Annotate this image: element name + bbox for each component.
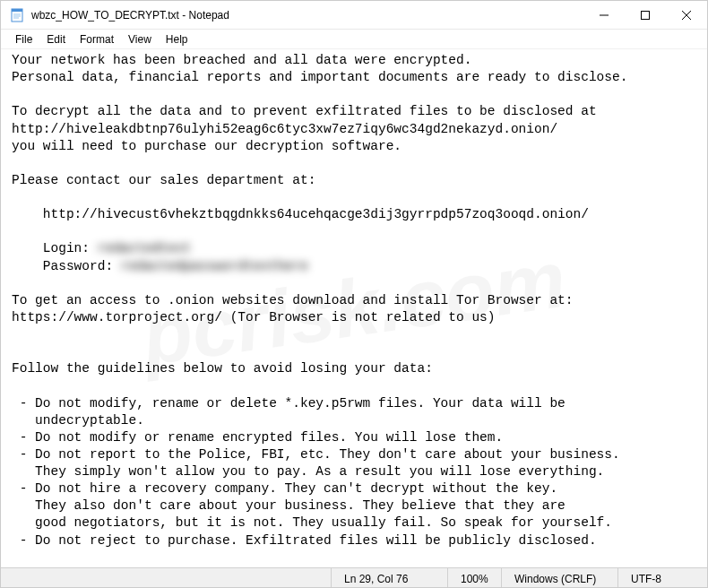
text-line: Personal data, financial reports and imp… [12,70,627,84]
text-line: http://hiveleakdbtnp76ulyhi52eag6c6tyc3x… [12,122,557,136]
text-line: you will need to purchase our decryption… [12,139,401,153]
status-lineending: Windows (CRLF) [501,568,617,588]
text-line-password-label: Password: [12,259,121,273]
status-position: Ln 29, Col 76 [331,568,447,588]
text-line: To decrypt all the data and to prevent e… [12,104,597,118]
status-encoding: UTF-8 [617,568,707,588]
text-line: undecryptable. [12,413,144,428]
titlebar: wbzc_HOW_TO_DECRYPT.txt - Notepad [1,1,707,30]
notepad-icon [10,8,24,22]
menu-file[interactable]: File [8,31,39,48]
text-line: - Do not modify, rename or delete *.key.… [12,396,566,411]
statusbar: Ln 29, Col 76 100% Windows (CRLF) UTF-8 [1,567,707,588]
text-line: - Do not modify or rename encrypted file… [12,430,503,445]
password-value: redactedpasswordtexthere [121,259,308,273]
text-line: They simply won't allow you to pay. As a… [12,464,604,479]
text-line: http://hivecust6vhekztbqgdnkks64ucehqacg… [12,207,589,221]
status-zoom: 100% [447,568,501,588]
text-line: Please contact our sales department at: [12,173,315,187]
text-line: good negotiators, but it is not. They us… [12,515,612,530]
menubar: File Edit Format View Help [1,30,707,49]
svg-rect-6 [642,11,650,19]
text-line-login-label: Login: [12,241,98,255]
text-content[interactable]: Your network has been breached and all d… [1,49,707,567]
close-button[interactable] [666,1,707,29]
menu-help[interactable]: Help [159,31,195,48]
text-line: - Do not report to the Police, FBI, etc.… [12,447,620,462]
svg-rect-1 [12,9,22,12]
text-line: - Do not reject to purchase. Exfiltrated… [12,533,597,548]
window-title: wbzc_HOW_TO_DECRYPT.txt - Notepad [31,9,583,22]
login-value: redactedtext [98,241,191,255]
menu-view[interactable]: View [121,31,159,48]
text-line: - Do not hire a recovery company. They c… [12,481,557,496]
text-line: https://www.torproject.org/ (Tor Browser… [12,310,496,324]
menu-format[interactable]: Format [73,31,121,48]
text-line: Your network has been breached and all d… [12,53,471,67]
text-line: Follow the guidelines below to avoid los… [12,361,433,376]
maximize-button[interactable] [625,1,666,29]
text-line: They also don't care about your business… [12,498,566,513]
minimize-button[interactable] [583,1,625,29]
menu-edit[interactable]: Edit [39,31,73,48]
window-controls [583,1,707,29]
text-line: To get an access to .onion websites down… [12,293,574,307]
